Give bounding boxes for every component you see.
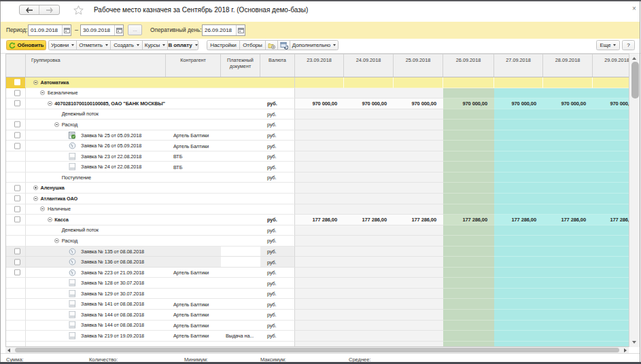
- amount-cell[interactable]: [295, 162, 344, 172]
- amount-cell[interactable]: 177 286,00: [543, 215, 593, 225]
- row-checkbox-cell[interactable]: [6, 268, 26, 278]
- amount-cell[interactable]: [543, 88, 593, 99]
- more-button[interactable]: Еще: [596, 40, 620, 50]
- amount-cell[interactable]: [344, 331, 394, 342]
- mark-button[interactable]: Отметить: [76, 41, 110, 50]
- vertical-scrollbar[interactable]: [629, 54, 640, 347]
- amount-cell[interactable]: [443, 310, 494, 321]
- amount-cell[interactable]: 177 286,00: [295, 215, 344, 225]
- amount-cell[interactable]: [543, 225, 593, 236]
- amount-cell[interactable]: [443, 194, 494, 204]
- amount-cell[interactable]: [344, 130, 394, 141]
- amount-cell[interactable]: [494, 77, 543, 88]
- collapse-icon[interactable]: [33, 80, 38, 85]
- column-header-29.09.2018[interactable]: 29.09.2018: [593, 54, 629, 77]
- amount-cell[interactable]: [593, 151, 629, 162]
- currency-cell[interactable]: [260, 88, 295, 99]
- amount-cell[interactable]: 177 286,00: [494, 215, 543, 225]
- counterparty-cell[interactable]: [166, 278, 221, 289]
- amount-cell[interactable]: [344, 236, 394, 247]
- table-row[interactable]: Заявка № 141 от 08.08.2018Артель Балтики…: [6, 299, 629, 310]
- table-row[interactable]: Заявка № 25 от 05.09.2018Артель Балтикир…: [6, 130, 629, 141]
- amount-cell[interactable]: [344, 109, 394, 120]
- table-row[interactable]: Аленушка: [6, 183, 629, 194]
- amount-cell[interactable]: [344, 77, 394, 88]
- save-settings-button[interactable]: [265, 41, 277, 50]
- amount-cell[interactable]: [494, 321, 543, 331]
- counterparty-cell[interactable]: [166, 109, 221, 120]
- amount-cell[interactable]: [593, 141, 629, 151]
- amount-cell[interactable]: [494, 310, 543, 321]
- row-checkbox[interactable]: [14, 196, 20, 202]
- amount-cell[interactable]: [344, 151, 394, 162]
- opday-input[interactable]: 26.09.2018: [202, 24, 245, 36]
- amount-cell[interactable]: [494, 225, 543, 236]
- amount-cell[interactable]: [593, 225, 629, 236]
- amount-cell[interactable]: [394, 204, 443, 215]
- amount-cell[interactable]: [494, 172, 543, 183]
- counterparty-cell[interactable]: ВТБ: [166, 162, 221, 172]
- amount-cell[interactable]: [494, 289, 543, 299]
- table-row[interactable]: Заявка № 26 от 05.09.2018Артель Балтикир…: [6, 141, 629, 151]
- forward-button[interactable]: [39, 5, 59, 14]
- row-checkbox-cell[interactable]: [6, 215, 26, 225]
- currency-cell[interactable]: руб.: [260, 98, 295, 109]
- grouping-cell[interactable]: Заявка № 25 от 05.09.2018: [26, 130, 166, 141]
- table-row[interactable]: Заявка № 136 от 08.08.2018руб.: [6, 257, 629, 268]
- refresh-button[interactable]: Обновить: [6, 40, 46, 50]
- amount-cell[interactable]: [494, 257, 543, 268]
- amount-cell[interactable]: [295, 225, 344, 236]
- collapse-icon[interactable]: [33, 196, 38, 201]
- column-header-Платежный документ[interactable]: Платежный документ: [221, 54, 260, 77]
- amount-cell[interactable]: [443, 77, 494, 88]
- counterparty-cell[interactable]: [166, 98, 221, 109]
- create-button[interactable]: Создать: [110, 41, 142, 50]
- amount-cell[interactable]: 177 286,00: [394, 215, 443, 225]
- grouping-cell[interactable]: Автоматика: [26, 77, 166, 88]
- amount-cell[interactable]: [494, 120, 543, 130]
- amount-cell[interactable]: [593, 236, 629, 247]
- amount-cell[interactable]: [593, 268, 629, 278]
- payment-doc-cell[interactable]: [221, 310, 260, 321]
- amount-cell[interactable]: [394, 299, 443, 310]
- currency-cell[interactable]: руб.: [260, 278, 295, 289]
- row-checkbox-cell[interactable]: [6, 225, 26, 236]
- amount-cell[interactable]: [295, 151, 344, 162]
- restore-settings-button[interactable]: [277, 41, 290, 50]
- counterparty-cell[interactable]: [166, 289, 221, 299]
- grouping-cell[interactable]: Расход: [26, 236, 166, 247]
- amount-cell[interactable]: [394, 88, 443, 99]
- opday-calendar-button[interactable]: [236, 25, 245, 35]
- period-from-calendar-button[interactable]: [62, 25, 71, 35]
- amount-cell[interactable]: [394, 247, 443, 257]
- row-checkbox[interactable]: [14, 259, 20, 265]
- amount-cell[interactable]: [543, 194, 593, 204]
- amount-cell[interactable]: [593, 310, 629, 321]
- period-from-input[interactable]: 01.09.2018: [28, 24, 71, 36]
- amount-cell[interactable]: [494, 130, 543, 141]
- amount-cell[interactable]: [443, 109, 494, 120]
- currency-cell[interactable]: руб.: [260, 109, 295, 120]
- amount-cell[interactable]: [344, 194, 394, 204]
- amount-cell[interactable]: [443, 151, 494, 162]
- table-row[interactable]: 40702810700100100085, ОАО "БАНК МОСКВЫ"р…: [6, 98, 629, 109]
- amount-cell[interactable]: 970 000,00: [494, 98, 543, 109]
- currency-cell[interactable]: руб.: [260, 225, 295, 236]
- currency-cell[interactable]: [260, 194, 295, 204]
- grouping-cell[interactable]: Расход: [26, 120, 166, 130]
- amount-cell[interactable]: [494, 331, 543, 342]
- column-header-28.09.2018[interactable]: 28.09.2018: [543, 54, 593, 77]
- amount-cell[interactable]: [494, 151, 543, 162]
- payment-doc-cell[interactable]: [221, 120, 260, 130]
- help-button[interactable]: ?: [622, 40, 635, 50]
- payment-doc-cell[interactable]: [221, 278, 260, 289]
- amount-cell[interactable]: [494, 204, 543, 215]
- payment-doc-cell[interactable]: [221, 98, 260, 109]
- amount-cell[interactable]: [443, 225, 494, 236]
- amount-cell[interactable]: [494, 278, 543, 289]
- amount-cell[interactable]: [295, 247, 344, 257]
- table-row[interactable]: Денежный потокруб.: [6, 109, 629, 120]
- amount-cell[interactable]: [344, 278, 394, 289]
- table-row[interactable]: Заявка № 23 от 22.08.2018ВТБруб.: [6, 151, 629, 162]
- grouping-cell[interactable]: Заявка № 24 от 22.08.2018: [26, 162, 166, 172]
